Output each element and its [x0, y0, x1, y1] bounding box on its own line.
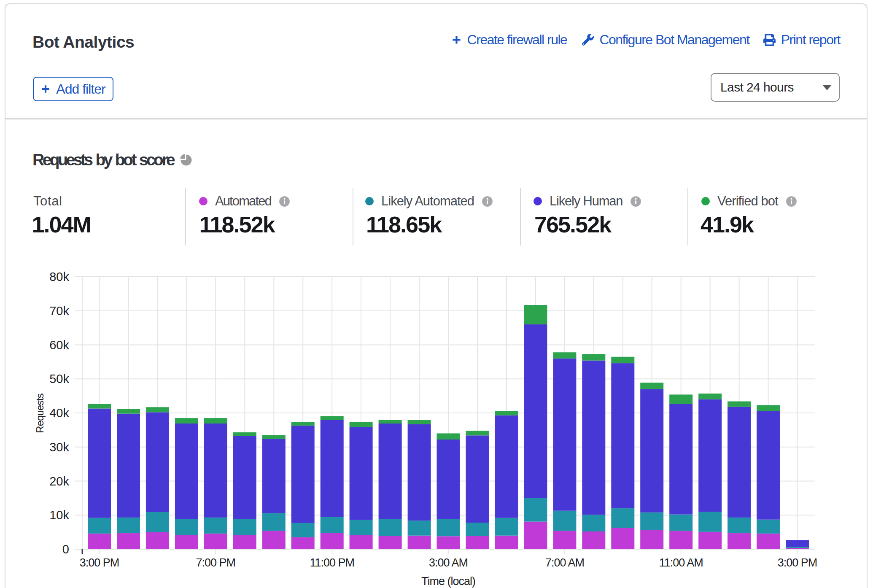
svg-text:11:00 PM: 11:00 PM [310, 556, 354, 569]
svg-text:20k: 20k [49, 475, 69, 488]
svg-text:50k: 50k [49, 372, 69, 386]
svg-text:30k: 30k [49, 440, 69, 454]
svg-text:40k: 40k [49, 406, 69, 420]
svg-text:Time (local): Time (local) [421, 575, 475, 588]
svg-text:Requests: Requests [34, 393, 46, 433]
svg-text:3:00 AM: 3:00 AM [429, 556, 468, 569]
svg-text:10k: 10k [49, 508, 69, 522]
svg-text:11:00 AM: 11:00 AM [659, 556, 703, 569]
svg-text:7:00 PM: 7:00 PM [196, 556, 236, 569]
svg-text:80k: 80k [49, 270, 69, 283]
svg-text:3:00 PM: 3:00 PM [80, 556, 119, 569]
svg-text:3:00 PM: 3:00 PM [778, 556, 817, 569]
svg-text:0: 0 [62, 542, 69, 556]
svg-text:70k: 70k [49, 304, 69, 318]
svg-text:60k: 60k [49, 338, 69, 352]
svg-text:7:00 AM: 7:00 AM [545, 556, 584, 569]
